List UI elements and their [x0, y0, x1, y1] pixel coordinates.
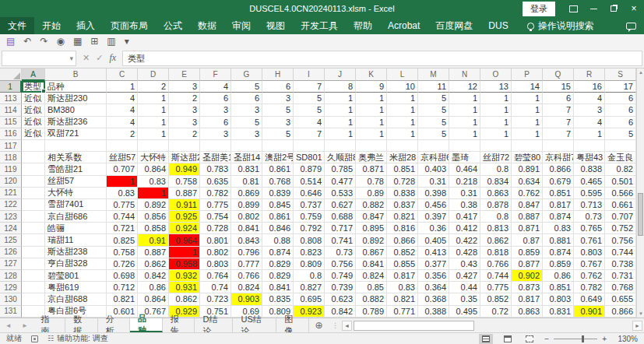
cell-R122[interactable]: 0.713 [574, 199, 605, 211]
name-box-dropdown-icon[interactable]: ▾ [69, 54, 73, 62]
cell-F127[interactable]: 0.803 [200, 258, 231, 270]
cell-J119[interactable]: 0.785 [325, 163, 356, 175]
cell-P121[interactable]: 0.762 [512, 188, 543, 199]
row-header-122[interactable]: 122 [0, 199, 22, 211]
column-header-E[interactable]: E [169, 68, 200, 81]
cell-K126[interactable]: 0.867 [356, 247, 387, 258]
ribbon-tab-公式[interactable]: 公式 [156, 17, 190, 34]
cell-E123[interactable]: 0.925 [169, 211, 200, 223]
cell-S119[interactable]: 0.82 [605, 163, 636, 175]
cell-E120[interactable]: 0.758 [169, 176, 200, 188]
cell-S131[interactable]: 0.866 [605, 306, 636, 318]
cell-B120[interactable]: 丝甜57 [45, 176, 107, 188]
cell-F124[interactable]: 0.728 [200, 223, 231, 234]
cell-B116[interactable]: 双甜721 [45, 128, 107, 140]
cell-M120[interactable]: 0.31 [418, 176, 449, 188]
cell-S128[interactable]: 0.731 [605, 270, 636, 282]
cell-D128[interactable]: 0.842 [138, 270, 169, 282]
cell-A113[interactable]: 近似 [22, 93, 45, 104]
ribbon-tab-百度网盘[interactable]: 百度网盘 [428, 17, 480, 34]
cell-K129[interactable]: 0.85 [356, 282, 387, 293]
cell-J118[interactable]: 久顺甜8 [325, 152, 356, 163]
cell-E116[interactable]: 2 [169, 128, 200, 140]
cell-S117[interactable] [605, 140, 636, 152]
ribbon-tab-帮助[interactable]: 帮助 [346, 17, 380, 34]
cancel-icon[interactable]: ✕ [83, 53, 90, 63]
cell-Q129[interactable]: 0.851 [543, 282, 574, 293]
cell-H128[interactable]: 0.829 [262, 270, 294, 282]
column-header-K[interactable]: K [356, 68, 387, 81]
cell-D120[interactable]: 0.83 [138, 176, 169, 188]
ribbon-tab-DUS[interactable]: DUS [480, 17, 516, 34]
cell-M122[interactable]: 0.456 [418, 199, 449, 211]
cell-O113[interactable]: 1 [480, 93, 512, 104]
cell-J121[interactable]: 0.533 [325, 188, 356, 199]
cell-E129[interactable]: 0.931 [169, 282, 200, 293]
cell-F1[interactable]: 4 [200, 81, 231, 93]
cell-D118[interactable]: 大怀特 [138, 152, 169, 163]
cell-E119[interactable]: 0.949 [169, 163, 200, 175]
cell-G123[interactable]: 0.802 [231, 211, 262, 223]
cell-I1[interactable]: 7 [294, 81, 325, 93]
cell-I123[interactable]: 0.759 [294, 211, 325, 223]
cell-I127[interactable]: 0.809 [294, 258, 325, 270]
cell-F129[interactable]: 0.74 [200, 282, 231, 293]
cell-B128[interactable]: 碧莹801 [45, 270, 107, 282]
cell-L122[interactable]: 0.837 [387, 199, 418, 211]
cell-F116[interactable]: 3 [200, 128, 231, 140]
cell-B122[interactable]: 雪甜7401 [45, 199, 107, 211]
cell-N127[interactable]: 0.43 [449, 258, 480, 270]
cell-C126[interactable]: 0.758 [107, 247, 138, 258]
cell-E124[interactable]: 0.924 [169, 223, 200, 234]
cell-I114[interactable]: 5 [294, 104, 325, 116]
macro-record-icon[interactable] [31, 335, 38, 342]
cell-L128[interactable]: 0.817 [387, 270, 418, 282]
cell-P118[interactable]: 碧莹80 [512, 152, 543, 163]
cell-P130[interactable]: 0.817 [512, 293, 543, 305]
column-header-Q[interactable]: Q [543, 68, 574, 81]
cell-F117[interactable] [200, 140, 231, 152]
cell-R131[interactable]: 0.901 [574, 306, 605, 318]
cell-G120[interactable]: 0.81 [231, 176, 262, 188]
cell-A118[interactable] [22, 152, 45, 163]
close-icon[interactable]: × [624, 0, 644, 17]
cell-Q119[interactable]: 0.866 [543, 163, 574, 175]
cell-E127[interactable]: 0.958 [169, 258, 200, 270]
cell-R129[interactable]: 0.782 [574, 282, 605, 293]
cell-G113[interactable]: 6 [231, 93, 262, 104]
cell-S115[interactable]: 6 [605, 117, 636, 128]
cell-P127[interactable]: 0.877 [512, 258, 543, 270]
cell-K119[interactable]: 0.871 [356, 163, 387, 175]
cell-E122[interactable]: 0.911 [169, 199, 200, 211]
cell-O126[interactable]: 0.818 [480, 247, 512, 258]
cell-I119[interactable]: 0.879 [294, 163, 325, 175]
cell-O130[interactable]: 0.852 [480, 293, 512, 305]
column-header-M[interactable]: M [418, 68, 449, 81]
cell-M124[interactable]: 0.36 [418, 223, 449, 234]
cell-B126[interactable]: 斯达甜238 [45, 247, 107, 258]
cell-E1[interactable]: 3 [169, 81, 200, 93]
cell-P113[interactable]: 1 [512, 93, 543, 104]
cell-M113[interactable]: 5 [418, 93, 449, 104]
cell-C125[interactable]: 0.825 [107, 234, 138, 246]
name-box[interactable]: ▾ [2, 51, 76, 66]
cell-J114[interactable]: 1 [325, 104, 356, 116]
ribbon-tab-页面布局[interactable]: 页面布局 [103, 17, 156, 34]
cell-Q117[interactable] [543, 140, 574, 152]
cell-K130[interactable]: 0.882 [356, 293, 387, 305]
cell-M126[interactable]: 0.413 [418, 247, 449, 258]
cell-E128[interactable]: 0.932 [169, 270, 200, 282]
cell-M119[interactable]: 0.403 [418, 163, 449, 175]
row-header-119[interactable]: 119 [0, 163, 22, 175]
save-icon[interactable]: ▤ [6, 34, 15, 48]
cell-M117[interactable] [418, 140, 449, 152]
cell-Q127[interactable]: 0.859 [543, 258, 574, 270]
cell-Q128[interactable]: 0.86 [543, 270, 574, 282]
row-header-118[interactable]: 118 [0, 152, 22, 163]
cell-S123[interactable]: 0.707 [605, 211, 636, 223]
normal-view-icon[interactable] [479, 334, 493, 344]
accessibility-status[interactable]: 辅助功能: 调查 [57, 333, 108, 344]
ribbon-tab-文件[interactable]: 文件 [0, 17, 34, 34]
cell-D116[interactable]: 1 [138, 128, 169, 140]
cell-O118[interactable]: 丝甜72 [480, 152, 512, 163]
